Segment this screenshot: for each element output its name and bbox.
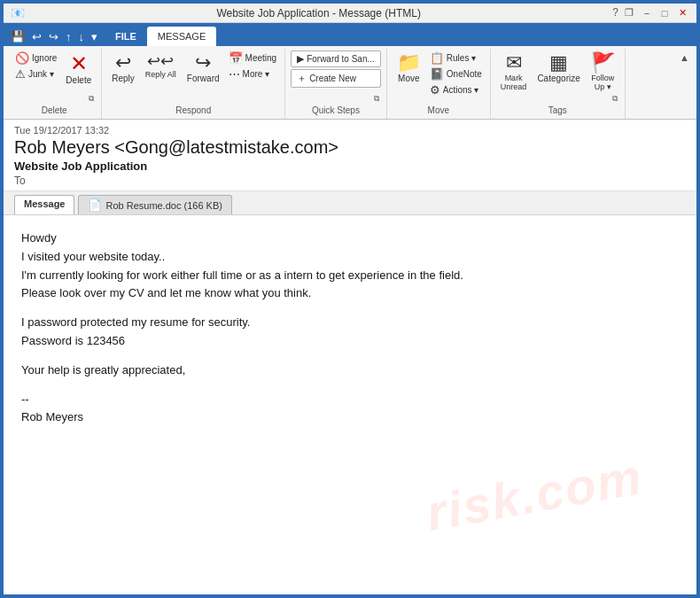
move-icon: 📁 — [397, 53, 421, 73]
mark-unread-button[interactable]: ✉ MarkUnread — [496, 50, 532, 94]
ribbon-collapse-btn[interactable]: ▲ — [676, 50, 693, 65]
delete-icon: ✕ — [70, 53, 88, 74]
attachment-icon: 📄 — [88, 198, 102, 212]
body-line5 — [21, 303, 679, 314]
minimize-button[interactable]: − — [640, 6, 654, 20]
body-line11: -- — [21, 391, 679, 409]
forward-icon: ↪ — [195, 53, 211, 73]
qa-redo[interactable]: ↪ — [47, 29, 60, 44]
onenote-icon: 📓 — [430, 67, 444, 81]
onenote-button[interactable]: 📓 OneNote — [427, 66, 485, 82]
body-line1: Howdy — [21, 229, 679, 248]
delete-group-label: Delete — [42, 104, 67, 117]
body-line3: I'm currently looking for work either fu… — [21, 267, 679, 285]
tags-group-label: Tags — [548, 104, 567, 117]
ignore-icon: 🚫 — [15, 51, 29, 65]
title-bar: 📧 Website Job Application - Message (HTM… — [4, 4, 696, 23]
categorize-button[interactable]: ▦ Categorize — [533, 50, 584, 86]
move-group-label: Move — [428, 104, 449, 117]
forward-to-san-button[interactable]: ▶ Forward to San... — [291, 50, 381, 67]
body-line10 — [21, 380, 679, 391]
reply-button[interactable]: ↩ Reply — [107, 50, 139, 86]
email-date: Tue 19/12/2017 13:32 — [14, 125, 686, 136]
delete-group-expand[interactable]: ⧉ — [89, 94, 94, 104]
email-area: Tue 19/12/2017 13:32 Rob Meyers <Gong@la… — [4, 120, 696, 594]
tab-message-body[interactable]: Message — [14, 195, 74, 214]
email-body: Howdy I visited your website today.. I'm… — [4, 215, 696, 441]
ribbon-tabs: 💾 ↩ ↪ ↑ ↓ ▾ FILE MESSAGE — [4, 23, 696, 46]
qa-more[interactable]: ▾ — [89, 29, 99, 44]
follow-up-button[interactable]: 🚩 FollowUp ▾ — [587, 50, 619, 94]
mark-unread-icon: ✉ — [506, 53, 522, 73]
quick-access-toolbar: 💾 ↩ ↪ ↑ ↓ ▾ — [4, 27, 105, 46]
qa-undo[interactable]: ↩ — [30, 29, 43, 44]
follow-up-icon: 🚩 — [591, 53, 615, 73]
meeting-icon: 📅 — [229, 51, 243, 65]
actions-button[interactable]: ⚙ Actions ▾ — [427, 82, 485, 97]
help-button[interactable]: ? — [612, 6, 618, 20]
reply-all-button[interactable]: ↩↩ Reply All — [141, 50, 181, 82]
more-respond-icon: ⋯ — [229, 67, 240, 81]
junk-button[interactable]: ⚠ Junk ▾ — [12, 66, 59, 82]
create-new-button[interactable]: ＋ Create New — [291, 69, 381, 88]
delete-button[interactable]: ✕ Delete — [61, 50, 96, 88]
meeting-button[interactable]: 📅 Meeting — [226, 50, 280, 66]
body-line6: I password protected my resume for secur… — [21, 314, 679, 332]
body-line9: Your help is greatly appreciated, — [21, 361, 679, 380]
reply-all-icon: ↩↩ — [147, 53, 174, 69]
qa-save[interactable]: 💾 — [9, 29, 27, 44]
email-metadata: Tue 19/12/2017 13:32 Rob Meyers <Gong@la… — [4, 120, 696, 190]
quicksteps-group-expand[interactable]: ⧉ — [374, 94, 379, 104]
junk-icon: ⚠ — [15, 67, 26, 81]
ribbon: 🚫 Ignore ⚠ Junk ▾ ✕ Delete ⧉ Delete — [4, 46, 696, 120]
rules-button[interactable]: 📋 Rules ▾ — [427, 50, 485, 66]
respond-group-label: Respond — [175, 104, 211, 117]
restore-button[interactable]: ❐ — [622, 6, 636, 20]
quicksteps-group-label: Quick Steps — [312, 104, 360, 117]
body-line8 — [21, 351, 679, 361]
tab-file[interactable]: FILE — [105, 27, 147, 46]
tab-attachment[interactable]: 📄 Rob Resume.doc (166 KB) — [78, 195, 231, 214]
ribbon-group-delete: 🚫 Ignore ⚠ Junk ▾ ✕ Delete ⧉ Delete — [7, 49, 102, 119]
forward-button[interactable]: ↪ Forward — [183, 50, 224, 86]
message-tabs: Message 📄 Rob Resume.doc (166 KB) — [4, 191, 696, 215]
body-line12: Rob Meyers — [21, 408, 679, 427]
body-line2: I visited your website today.. — [21, 248, 679, 267]
maximize-button[interactable]: □ — [657, 6, 672, 20]
body-line7: Password is 123456 — [21, 332, 679, 351]
ribbon-group-tags: ✉ MarkUnread ▦ Categorize 🚩 FollowUp ▾ ⧉… — [491, 49, 626, 119]
email-to: To — [14, 175, 686, 187]
email-body-wrapper: Howdy I visited your website today.. I'm… — [4, 215, 696, 594]
more-respond-button[interactable]: ⋯ More ▾ — [226, 66, 280, 82]
ribbon-group-move: 📁 Move 📋 Rules ▾ 📓 OneNote ⚙ Actions ▾ — [387, 49, 491, 119]
move-button[interactable]: 📁 Move — [393, 50, 425, 86]
ribbon-group-quicksteps: ▶ Forward to San... ＋ Create New ⧉ Quick… — [285, 49, 387, 119]
watermark: risk.com — [422, 447, 647, 542]
ignore-button[interactable]: 🚫 Ignore — [12, 50, 59, 66]
close-button[interactable]: ✕ — [675, 6, 689, 20]
actions-icon: ⚙ — [430, 83, 440, 97]
reply-icon: ↩ — [115, 53, 131, 73]
categorize-icon: ▦ — [549, 53, 568, 73]
tags-group-expand[interactable]: ⧉ — [612, 94, 618, 104]
qa-down[interactable]: ↓ — [77, 29, 87, 44]
qa-up[interactable]: ↑ — [64, 29, 74, 44]
rules-icon: 📋 — [430, 51, 444, 65]
window-title: Website Job Application - Message (HTML) — [25, 7, 612, 19]
email-from: Rob Meyers <Gong@latestmistake.com> — [14, 137, 686, 158]
email-subject: Website Job Application — [14, 159, 686, 173]
ribbon-group-respond: ↩ Reply ↩↩ Reply All ↪ Forward 📅 Meeting — [102, 49, 285, 119]
tab-message[interactable]: MESSAGE — [147, 27, 216, 46]
body-line4: Please look over my CV and let me know w… — [21, 284, 679, 303]
